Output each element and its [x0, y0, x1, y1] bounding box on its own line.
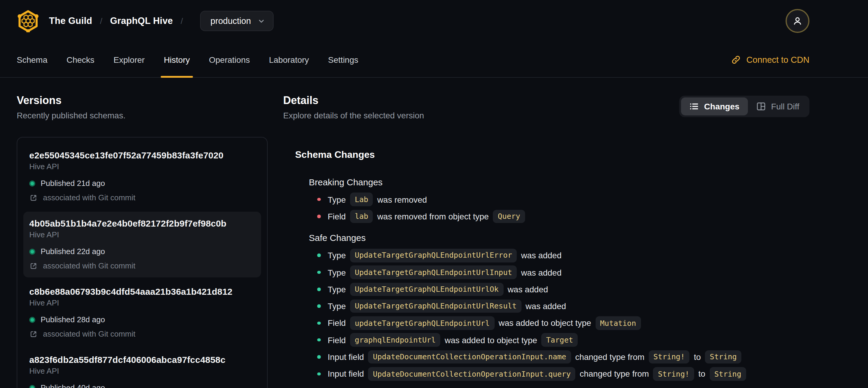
target-selector-value: production	[211, 16, 251, 26]
change-text: Type	[328, 268, 346, 277]
details-subtitle: Explore details of the selected version	[283, 111, 424, 120]
link-icon	[732, 55, 741, 64]
code-badge: Lab	[350, 193, 373, 206]
change-bullet-dot	[317, 355, 320, 359]
tab-explorer[interactable]: Explorer	[104, 42, 154, 77]
code-badge: UpdateTargetGraphQLEndpointUrlInput	[350, 265, 517, 279]
tab-laboratory[interactable]: Laboratory	[259, 42, 318, 77]
user-icon	[792, 15, 804, 27]
version-git-label: associated with Git commit	[43, 329, 135, 339]
version-status: Published 40d ago	[29, 382, 255, 388]
change-bullet-dot	[317, 215, 320, 218]
versions-title: Versions	[17, 94, 268, 107]
version-git-commit[interactable]: associated with Git commit	[29, 260, 255, 271]
change-text: was added	[521, 250, 562, 260]
version-card[interactable]: 4b05ab51b1b4a7e2e4b0ef82172f2b9f7ef98c0b…	[23, 211, 261, 277]
schema-change-item: Input fieldUpdateDocumentCollectionOpera…	[317, 365, 809, 382]
change-text: Type	[328, 250, 346, 260]
details-panel: Details Explore details of the selected …	[268, 78, 809, 382]
schema-change-item: TypeUpdateTargetGraphQLEndpointUrlErrorw…	[317, 247, 809, 264]
chevron-down-icon	[257, 17, 265, 25]
change-text: was added to object type	[498, 318, 591, 328]
tab-settings[interactable]: Settings	[318, 42, 368, 77]
code-badge: String!	[653, 367, 694, 381]
change-text: changed type from	[575, 352, 645, 362]
version-published-label: Published 22d ago	[41, 246, 105, 257]
list-icon	[689, 101, 699, 111]
version-hash: c8b6e88a06793b9c4dfd54aaa21b36a1b421d812	[29, 286, 255, 297]
tab-schema[interactable]: Schema	[7, 42, 57, 77]
version-service: Hive API	[29, 161, 255, 172]
change-group-title: Breaking Changes	[309, 177, 809, 186]
code-badge: UpdateTargetGraphQLEndpointUrlResult	[350, 300, 522, 313]
change-text: Field	[328, 335, 346, 345]
code-badge: UpdateTargetGraphQLEndpointUrlOk	[350, 282, 504, 296]
change-text: Type	[328, 285, 346, 294]
change-text: Type	[328, 301, 346, 311]
change-text: changed type from	[580, 369, 649, 379]
version-git-label: associated with Git commit	[43, 260, 135, 271]
code-badge: Query	[493, 210, 525, 223]
version-git-commit[interactable]: associated with Git commit	[29, 329, 255, 339]
connect-to-cdn-link[interactable]: Connect to CDN	[732, 42, 809, 77]
change-bullet-dot	[317, 321, 320, 325]
change-list: TypeUpdateTargetGraphQLEndpointUrlErrorw…	[309, 247, 809, 382]
user-avatar-button[interactable]	[785, 9, 809, 33]
hive-logo-icon[interactable]	[17, 9, 39, 32]
columns-icon	[756, 101, 766, 111]
external-link-icon	[29, 262, 38, 270]
schema-change-item: FieldupdateTargetGraphQLEndpointUrlwas a…	[317, 315, 809, 332]
breadcrumb-org[interactable]: The Guild	[49, 16, 92, 26]
change-group-safe-changes: Safe Changes TypeUpdateTargetGraphQLEndp…	[283, 233, 809, 382]
version-card[interactable]: a823f6db2a55df877dcf406006abca97fcc4858c…	[23, 348, 261, 388]
code-badge: lab	[350, 210, 373, 223]
connect-to-cdn-label: Connect to CDN	[746, 55, 809, 64]
schema-change-item: TypeUpdateTargetGraphQLEndpointUrlResult…	[317, 298, 809, 315]
change-bullet-dot	[317, 198, 320, 201]
external-link-icon	[29, 330, 38, 338]
change-text: Field	[328, 318, 346, 328]
version-hash: a823f6db2a55df877dcf406006abca97fcc4858c	[29, 354, 255, 365]
primary-nav-tabs: SchemaChecksExplorerHistoryOperationsLab…	[7, 42, 368, 77]
target-selector-dropdown[interactable]: production	[200, 11, 274, 31]
change-text: was added	[521, 268, 562, 277]
change-text: Input field	[328, 352, 364, 362]
code-badge: UpdateDocumentCollectionOperationInput.q…	[368, 367, 575, 381]
change-bullet-dot	[317, 372, 320, 376]
tab-operations[interactable]: Operations	[199, 42, 259, 77]
app-window: The Guild / GraphQL Hive / production Sc…	[0, 0, 868, 388]
published-status-dot	[29, 317, 35, 323]
breadcrumb-separator: /	[100, 16, 102, 26]
code-badge: String	[709, 367, 746, 381]
version-card[interactable]: c8b6e88a06793b9c4dfd54aaa21b36a1b421d812…	[23, 279, 261, 345]
details-header: Details Explore details of the selected …	[283, 94, 809, 120]
versions-subtitle: Recently published schemas.	[17, 111, 268, 120]
primary-nav: SchemaChecksExplorerHistoryOperationsLab…	[0, 42, 868, 78]
version-list[interactable]: e2e55045345ce13fe07f52a77459b83fa3fe7020…	[17, 137, 268, 388]
tab-history[interactable]: History	[154, 42, 199, 77]
version-published-label: Published 21d ago	[41, 178, 105, 189]
change-text: Field	[328, 212, 346, 221]
version-card[interactable]: e2e55045345ce13fe07f52a77459b83fa3fe7020…	[23, 143, 261, 209]
version-service: Hive API	[29, 297, 255, 308]
code-badge: UpdateDocumentCollectionOperationInput.n…	[368, 350, 571, 363]
top-bar: The Guild / GraphQL Hive / production	[0, 0, 868, 42]
change-bullet-dot	[317, 288, 320, 291]
schema-changes-title: Schema Changes	[283, 150, 809, 159]
schema-change-item: TypeUpdateTargetGraphQLEndpointUrlOkwas …	[317, 281, 809, 298]
change-list: TypeLabwas removed Fieldlabwas removed f…	[309, 191, 809, 225]
code-badge: Mutation	[595, 316, 641, 330]
change-text: was removed from object type	[377, 212, 489, 221]
code-badge: graphqlEndpointUrl	[350, 333, 441, 347]
external-link-icon	[29, 193, 38, 202]
version-service: Hive API	[29, 229, 255, 240]
change-text: was added	[507, 285, 548, 294]
tab-checks[interactable]: Checks	[57, 42, 104, 77]
version-git-commit[interactable]: associated with Git commit	[29, 192, 255, 203]
change-group-title: Safe Changes	[309, 233, 809, 242]
version-published-label: Published 28d ago	[41, 314, 105, 325]
breadcrumb-project[interactable]: GraphQL Hive	[110, 16, 173, 26]
view-toggle-changes[interactable]: Changes	[681, 97, 748, 115]
view-toggle-full-diff[interactable]: Full Diff	[748, 97, 808, 115]
schema-change-item: TypeUpdateTargetGraphQLEndpointUrlInputw…	[317, 264, 809, 281]
